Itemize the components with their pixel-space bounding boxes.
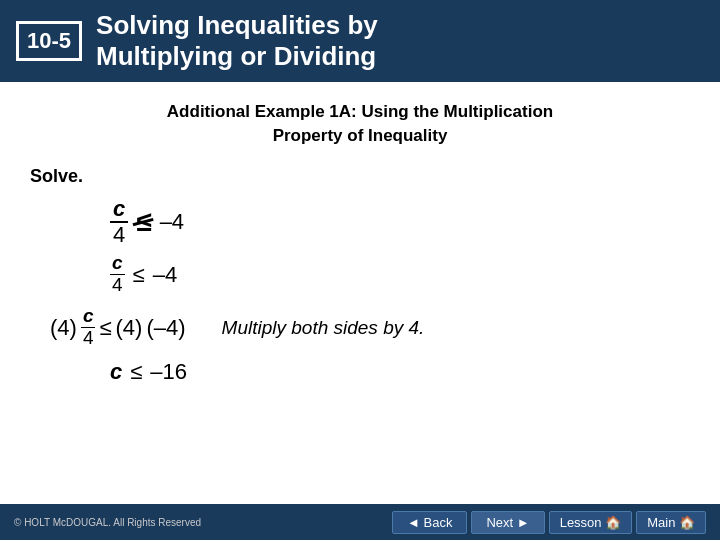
fraction-1: c 4 [110,197,128,247]
lesson-badge: 10-5 [16,21,82,61]
solve-label: Solve. [30,166,690,187]
line3-prefix: (4) [50,315,77,341]
header-title-line1: Solving Inequalities by [96,10,378,41]
leq-struck-symbol: ≤ [136,206,151,238]
footer: © HOLT McDOUGAL. All Rights Reserved ◄ B… [0,504,720,540]
math-line-2: c 4 ≤ –4 [110,253,690,296]
copyright-text: © HOLT McDOUGAL. All Rights Reserved [14,517,201,528]
frac1-numerator: c [110,197,128,223]
line3-rhs: (–4) [146,315,185,341]
frac3-denominator: 4 [81,328,96,349]
badge-text: 10-5 [27,28,71,53]
multiply-note: Multiply both sides by 4. [222,317,425,339]
expression-2: c 4 ≤ –4 [110,253,690,296]
math-line-1: c 4 ≤ –4 [110,197,690,247]
example-title-line2: Property of Inequality [30,124,690,148]
line1-rhs: –4 [160,209,184,235]
header-title-line2: Multiplying or Dividing [96,41,378,72]
result-row: c ≤ –16 [110,359,690,385]
footer-nav-buttons: ◄ Back Next ► Lesson 🏠 Main 🏠 [392,511,706,534]
main-button[interactable]: Main 🏠 [636,511,706,534]
result-leq: ≤ [130,359,142,385]
result-val: –16 [150,359,187,385]
example-title: Additional Example 1A: Using the Multipl… [30,100,690,148]
header: 10-5 Solving Inequalities by Multiplying… [0,0,720,82]
frac2-denominator: 4 [110,275,125,296]
expression-3: (4) c 4 ≤ (4) (–4) [50,306,186,349]
fraction-2: c 4 [110,253,125,296]
example-title-line1: Additional Example 1A: Using the Multipl… [30,100,690,124]
math-line-3: (4) c 4 ≤ (4) (–4) Multiply both sides b… [50,306,690,349]
fraction-3: c 4 [81,306,96,349]
frac1-denominator: 4 [110,223,128,247]
next-button[interactable]: Next ► [471,511,544,534]
result-var: c [110,359,122,385]
back-button[interactable]: ◄ Back [392,511,467,534]
expression-1: c 4 ≤ –4 [110,197,690,247]
line3-mid: (4) [116,315,143,341]
line2-rhs: –4 [153,262,177,288]
leq-symbol-3: ≤ [99,315,111,341]
lesson-button[interactable]: Lesson 🏠 [549,511,633,534]
header-title: Solving Inequalities by Multiplying or D… [96,10,378,72]
leq-symbol-2: ≤ [133,262,145,288]
main-content: Additional Example 1A: Using the Multipl… [0,82,720,395]
frac2-numerator: c [110,253,125,275]
frac3-numerator: c [81,306,96,328]
